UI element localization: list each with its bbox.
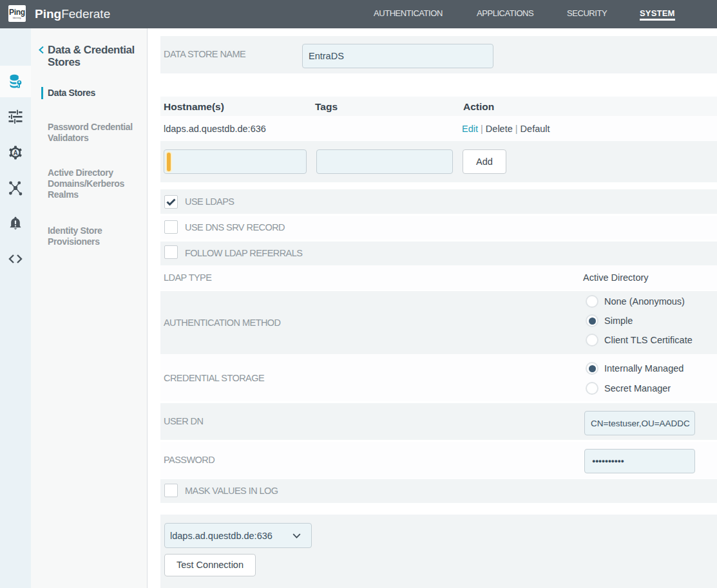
svg-text:A: A <box>13 149 17 156</box>
